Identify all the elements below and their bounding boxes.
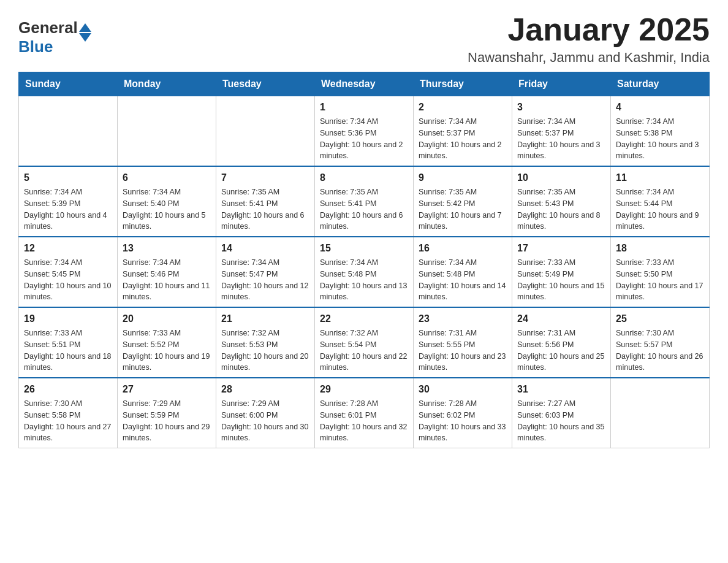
day-info: Sunrise: 7:34 AMSunset: 5:46 PMDaylight:… bbox=[123, 257, 211, 303]
calendar-cell: 24Sunrise: 7:31 AMSunset: 5:56 PMDayligh… bbox=[512, 307, 611, 378]
calendar-cell bbox=[118, 96, 216, 167]
day-number: 13 bbox=[123, 241, 211, 256]
day-info: Sunrise: 7:32 AMSunset: 5:53 PMDaylight:… bbox=[221, 327, 309, 373]
day-number: 3 bbox=[517, 100, 605, 115]
day-info: Sunrise: 7:35 AMSunset: 5:42 PMDaylight:… bbox=[419, 186, 507, 232]
calendar-table: SundayMondayTuesdayWednesdayThursdayFrid… bbox=[18, 72, 710, 448]
calendar-week-row: 19Sunrise: 7:33 AMSunset: 5:51 PMDayligh… bbox=[19, 307, 710, 378]
calendar-cell: 20Sunrise: 7:33 AMSunset: 5:52 PMDayligh… bbox=[118, 307, 216, 378]
day-number: 23 bbox=[419, 312, 507, 326]
day-info: Sunrise: 7:34 AMSunset: 5:44 PMDaylight:… bbox=[616, 186, 704, 232]
day-of-week-header: Monday bbox=[118, 72, 216, 96]
calendar-cell: 1Sunrise: 7:34 AMSunset: 5:36 PMDaylight… bbox=[315, 96, 414, 167]
page-header: General Blue January 2025 Nawanshahr, Ja… bbox=[18, 12, 710, 66]
day-number: 14 bbox=[221, 241, 309, 256]
calendar-cell: 15Sunrise: 7:34 AMSunset: 5:48 PMDayligh… bbox=[315, 237, 414, 307]
calendar-cell: 13Sunrise: 7:34 AMSunset: 5:46 PMDayligh… bbox=[118, 237, 216, 307]
day-info: Sunrise: 7:31 AMSunset: 5:55 PMDaylight:… bbox=[419, 327, 507, 373]
day-info: Sunrise: 7:27 AMSunset: 6:03 PMDaylight:… bbox=[517, 398, 605, 444]
calendar-cell: 22Sunrise: 7:32 AMSunset: 5:54 PMDayligh… bbox=[315, 307, 414, 378]
day-info: Sunrise: 7:28 AMSunset: 6:01 PMDaylight:… bbox=[320, 398, 408, 444]
day-of-week-header: Tuesday bbox=[216, 72, 315, 96]
calendar-cell: 21Sunrise: 7:32 AMSunset: 5:53 PMDayligh… bbox=[216, 307, 315, 378]
day-number: 5 bbox=[24, 170, 112, 185]
day-number: 20 bbox=[123, 312, 211, 326]
calendar-cell bbox=[611, 378, 710, 448]
calendar-cell: 30Sunrise: 7:28 AMSunset: 6:02 PMDayligh… bbox=[414, 378, 512, 448]
day-number: 17 bbox=[517, 241, 605, 256]
day-info: Sunrise: 7:34 AMSunset: 5:37 PMDaylight:… bbox=[517, 116, 605, 162]
day-of-week-header: Saturday bbox=[611, 72, 710, 96]
calendar-cell: 31Sunrise: 7:27 AMSunset: 6:03 PMDayligh… bbox=[512, 378, 611, 448]
day-info: Sunrise: 7:31 AMSunset: 5:56 PMDaylight:… bbox=[517, 327, 605, 373]
day-number: 24 bbox=[517, 312, 605, 326]
day-number: 11 bbox=[616, 170, 704, 185]
day-info: Sunrise: 7:33 AMSunset: 5:50 PMDaylight:… bbox=[616, 257, 704, 303]
calendar-header-row: SundayMondayTuesdayWednesdayThursdayFrid… bbox=[19, 72, 710, 96]
day-info: Sunrise: 7:34 AMSunset: 5:40 PMDaylight:… bbox=[123, 186, 211, 232]
month-title: January 2025 bbox=[468, 12, 710, 47]
day-info: Sunrise: 7:34 AMSunset: 5:36 PMDaylight:… bbox=[320, 116, 408, 162]
calendar-cell: 16Sunrise: 7:34 AMSunset: 5:48 PMDayligh… bbox=[414, 237, 512, 307]
calendar-cell: 14Sunrise: 7:34 AMSunset: 5:47 PMDayligh… bbox=[216, 237, 315, 307]
calendar-week-row: 1Sunrise: 7:34 AMSunset: 5:36 PMDaylight… bbox=[19, 96, 710, 167]
day-info: Sunrise: 7:33 AMSunset: 5:52 PMDaylight:… bbox=[123, 327, 211, 373]
day-number: 21 bbox=[221, 312, 309, 326]
day-of-week-header: Wednesday bbox=[315, 72, 414, 96]
calendar-cell: 9Sunrise: 7:35 AMSunset: 5:42 PMDaylight… bbox=[414, 166, 512, 237]
day-info: Sunrise: 7:35 AMSunset: 5:41 PMDaylight:… bbox=[221, 186, 309, 232]
day-number: 4 bbox=[616, 100, 704, 115]
day-info: Sunrise: 7:32 AMSunset: 5:54 PMDaylight:… bbox=[320, 327, 408, 373]
calendar-cell bbox=[19, 96, 118, 167]
calendar-cell: 10Sunrise: 7:35 AMSunset: 5:43 PMDayligh… bbox=[512, 166, 611, 237]
day-info: Sunrise: 7:30 AMSunset: 5:57 PMDaylight:… bbox=[616, 327, 704, 373]
calendar-cell: 12Sunrise: 7:34 AMSunset: 5:45 PMDayligh… bbox=[19, 237, 118, 307]
day-info: Sunrise: 7:34 AMSunset: 5:48 PMDaylight:… bbox=[419, 257, 507, 303]
day-of-week-header: Thursday bbox=[414, 72, 512, 96]
calendar-cell: 8Sunrise: 7:35 AMSunset: 5:41 PMDaylight… bbox=[315, 166, 414, 237]
day-of-week-header: Sunday bbox=[19, 72, 118, 96]
day-of-week-header: Friday bbox=[512, 72, 611, 96]
logo-triangle-down-icon bbox=[79, 33, 91, 42]
day-number: 26 bbox=[24, 382, 112, 397]
day-number: 28 bbox=[221, 382, 309, 397]
day-number: 16 bbox=[419, 241, 507, 256]
location-subtitle: Nawanshahr, Jammu and Kashmir, India bbox=[468, 50, 710, 66]
calendar-cell bbox=[216, 96, 315, 167]
calendar-cell: 27Sunrise: 7:29 AMSunset: 5:59 PMDayligh… bbox=[118, 378, 216, 448]
logo-general-text: General bbox=[18, 18, 78, 37]
day-info: Sunrise: 7:33 AMSunset: 5:51 PMDaylight:… bbox=[24, 327, 112, 373]
day-info: Sunrise: 7:34 AMSunset: 5:39 PMDaylight:… bbox=[24, 186, 112, 232]
day-number: 15 bbox=[320, 241, 408, 256]
calendar-cell: 26Sunrise: 7:30 AMSunset: 5:58 PMDayligh… bbox=[19, 378, 118, 448]
calendar-cell: 11Sunrise: 7:34 AMSunset: 5:44 PMDayligh… bbox=[611, 166, 710, 237]
day-number: 22 bbox=[320, 312, 408, 326]
day-number: 29 bbox=[320, 382, 408, 397]
calendar-cell: 5Sunrise: 7:34 AMSunset: 5:39 PMDaylight… bbox=[19, 166, 118, 237]
day-number: 25 bbox=[616, 312, 704, 326]
day-number: 7 bbox=[221, 170, 309, 185]
calendar-cell: 18Sunrise: 7:33 AMSunset: 5:50 PMDayligh… bbox=[611, 237, 710, 307]
title-area: January 2025 Nawanshahr, Jammu and Kashm… bbox=[468, 12, 710, 66]
day-info: Sunrise: 7:30 AMSunset: 5:58 PMDaylight:… bbox=[24, 398, 112, 444]
day-number: 12 bbox=[24, 241, 112, 256]
logo: General Blue bbox=[18, 18, 91, 56]
day-number: 31 bbox=[517, 382, 605, 397]
day-info: Sunrise: 7:34 AMSunset: 5:38 PMDaylight:… bbox=[616, 116, 704, 162]
day-info: Sunrise: 7:34 AMSunset: 5:45 PMDaylight:… bbox=[24, 257, 112, 303]
calendar-cell: 23Sunrise: 7:31 AMSunset: 5:55 PMDayligh… bbox=[414, 307, 512, 378]
day-number: 1 bbox=[320, 100, 408, 115]
calendar-cell: 2Sunrise: 7:34 AMSunset: 5:37 PMDaylight… bbox=[414, 96, 512, 167]
calendar-week-row: 5Sunrise: 7:34 AMSunset: 5:39 PMDaylight… bbox=[19, 166, 710, 237]
logo-triangle-up-icon bbox=[79, 23, 91, 32]
calendar-cell: 19Sunrise: 7:33 AMSunset: 5:51 PMDayligh… bbox=[19, 307, 118, 378]
calendar-cell: 25Sunrise: 7:30 AMSunset: 5:57 PMDayligh… bbox=[611, 307, 710, 378]
day-info: Sunrise: 7:28 AMSunset: 6:02 PMDaylight:… bbox=[419, 398, 507, 444]
day-number: 2 bbox=[419, 100, 507, 115]
day-number: 18 bbox=[616, 241, 704, 256]
day-number: 8 bbox=[320, 170, 408, 185]
day-info: Sunrise: 7:34 AMSunset: 5:48 PMDaylight:… bbox=[320, 257, 408, 303]
calendar-cell: 6Sunrise: 7:34 AMSunset: 5:40 PMDaylight… bbox=[118, 166, 216, 237]
calendar-cell: 28Sunrise: 7:29 AMSunset: 6:00 PMDayligh… bbox=[216, 378, 315, 448]
calendar-cell: 4Sunrise: 7:34 AMSunset: 5:38 PMDaylight… bbox=[611, 96, 710, 167]
